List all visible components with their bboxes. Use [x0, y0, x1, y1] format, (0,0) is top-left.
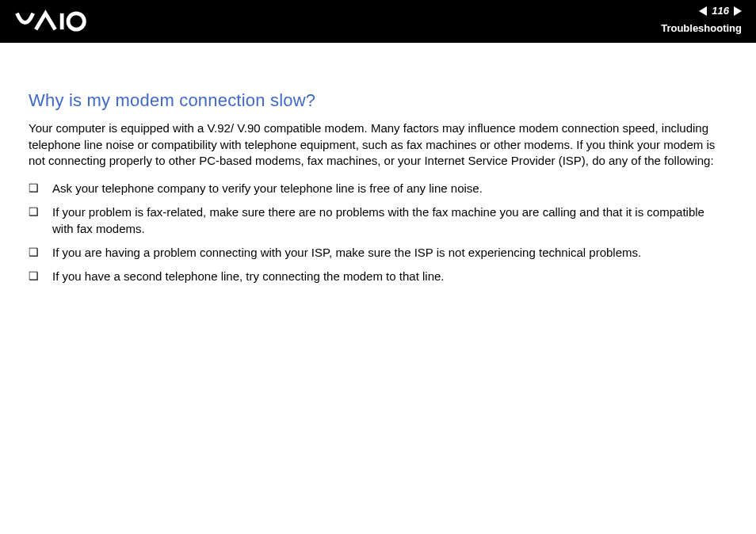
- page-number: 116: [712, 5, 729, 17]
- list-item: Ask your telephone company to verify you…: [29, 181, 727, 196]
- vaio-logo-icon: [14, 8, 111, 35]
- next-page-icon[interactable]: [734, 6, 742, 16]
- content-area: Why is my modem connection slow? Your co…: [0, 43, 756, 284]
- list-item: If you are having a problem connecting w…: [29, 245, 727, 261]
- intro-paragraph: Your computer is equipped with a V.92/ V…: [29, 120, 727, 170]
- list-item: If you have a second telephone line, try…: [29, 269, 727, 284]
- svg-point-1: [68, 13, 84, 29]
- section-label: Troubleshooting: [661, 22, 742, 34]
- bullet-list: Ask your telephone company to verify you…: [29, 181, 727, 284]
- page-title: Why is my modem connection slow?: [29, 90, 727, 111]
- svg-rect-0: [60, 13, 64, 29]
- list-item: If your problem is fax-related, make sur…: [29, 204, 727, 237]
- page-nav: 116: [699, 5, 742, 17]
- prev-page-icon[interactable]: [699, 6, 707, 16]
- page-header: 116 Troubleshooting: [0, 0, 756, 43]
